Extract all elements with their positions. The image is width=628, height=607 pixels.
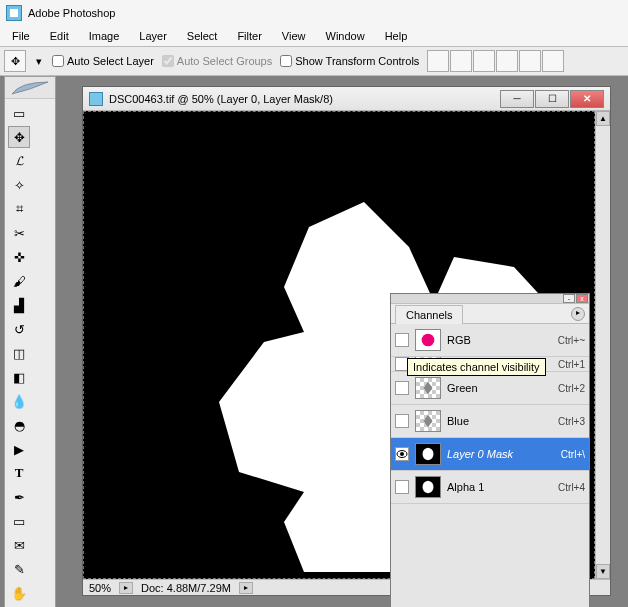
move-tool[interactable]: ✥ bbox=[8, 126, 30, 148]
tool-dropdown-icon[interactable]: ▾ bbox=[34, 55, 44, 68]
menu-bar: File Edit Image Layer Select Filter View… bbox=[0, 26, 628, 46]
vertical-scrollbar[interactable]: ▲ ▼ bbox=[595, 111, 610, 579]
show-transform-checkbox[interactable]: Show Transform Controls bbox=[280, 55, 419, 67]
tooltip: Indicates channel visibility bbox=[407, 358, 546, 376]
maximize-button[interactable]: ☐ bbox=[535, 90, 569, 108]
panel-menu-icon[interactable]: ▸ bbox=[571, 307, 585, 321]
channels-panel: - x Channels ▸ RGB Ctrl+~ Red Ctrl+1 bbox=[390, 293, 590, 607]
visibility-toggle[interactable] bbox=[395, 333, 409, 347]
align-btn-2[interactable] bbox=[450, 50, 472, 72]
menu-window[interactable]: Window bbox=[316, 28, 375, 44]
channel-thumb bbox=[415, 410, 441, 432]
align-buttons bbox=[427, 50, 564, 72]
channel-thumb bbox=[415, 443, 441, 465]
doc-size: Doc: 4.88M/7.29M bbox=[141, 582, 231, 594]
heal-tool[interactable]: ✜ bbox=[8, 246, 30, 268]
visibility-toggle[interactable] bbox=[395, 480, 409, 494]
visibility-toggle[interactable] bbox=[395, 447, 409, 461]
photoshop-icon bbox=[6, 5, 22, 21]
visibility-toggle[interactable] bbox=[395, 414, 409, 428]
menu-layer[interactable]: Layer bbox=[129, 28, 177, 44]
align-btn-5[interactable] bbox=[519, 50, 541, 72]
status-menu-icon-2[interactable]: ▸ bbox=[239, 582, 253, 594]
document-title: DSC00463.tif @ 50% (Layer 0, Layer Mask/… bbox=[109, 93, 333, 105]
toolbox: ▭ ✥ 𝓛 ✧ ⌗ ✂ ✜ 🖌 ▟ ↺ ◫ ◧ 💧 ◓ ▶ T ✒ ▭ ✉ ✎ … bbox=[4, 76, 56, 607]
panel-minimize-icon[interactable]: - bbox=[563, 294, 575, 303]
status-menu-icon[interactable]: ▸ bbox=[119, 582, 133, 594]
channel-green[interactable]: Green Ctrl+2 bbox=[391, 372, 589, 405]
dodge-tool[interactable]: ◓ bbox=[8, 414, 30, 436]
svg-point-3 bbox=[400, 452, 404, 456]
shape-tool[interactable]: ▭ bbox=[8, 510, 30, 532]
channel-thumb bbox=[415, 377, 441, 399]
workspace: ▭ ✥ 𝓛 ✧ ⌗ ✂ ✜ 🖌 ▟ ↺ ◫ ◧ 💧 ◓ ▶ T ✒ ▭ ✉ ✎ … bbox=[0, 76, 628, 607]
align-btn-4[interactable] bbox=[496, 50, 518, 72]
align-btn-3[interactable] bbox=[473, 50, 495, 72]
path-select-tool[interactable]: ▶ bbox=[8, 438, 30, 460]
scroll-up-icon[interactable]: ▲ bbox=[596, 111, 610, 126]
align-btn-1[interactable] bbox=[427, 50, 449, 72]
eraser-tool[interactable]: ◫ bbox=[8, 342, 30, 364]
notes-tool[interactable]: ✉ bbox=[8, 534, 30, 556]
blur-tool[interactable]: 💧 bbox=[8, 390, 30, 412]
tool-grid: ▭ ✥ 𝓛 ✧ ⌗ ✂ ✜ 🖌 ▟ ↺ ◫ ◧ 💧 ◓ ▶ T ✒ ▭ ✉ ✎ … bbox=[5, 99, 55, 607]
panel-titlebar[interactable]: - x bbox=[391, 294, 589, 304]
channel-thumb bbox=[415, 329, 441, 351]
document-icon bbox=[89, 92, 103, 106]
menu-edit[interactable]: Edit bbox=[40, 28, 79, 44]
channel-blue[interactable]: Blue Ctrl+3 bbox=[391, 405, 589, 438]
tab-channels[interactable]: Channels bbox=[395, 305, 463, 324]
close-button[interactable]: ✕ bbox=[570, 90, 604, 108]
menu-select[interactable]: Select bbox=[177, 28, 228, 44]
crop-tool[interactable]: ⌗ bbox=[8, 198, 30, 220]
zoom-level[interactable]: 50% bbox=[89, 582, 111, 594]
app-title: Adobe Photoshop bbox=[28, 7, 115, 19]
wand-tool[interactable]: ✧ bbox=[8, 174, 30, 196]
app-titlebar: Adobe Photoshop bbox=[0, 0, 628, 26]
panel-close-icon[interactable]: x bbox=[576, 294, 588, 303]
channel-rgb[interactable]: RGB Ctrl+~ bbox=[391, 324, 589, 357]
slice-tool[interactable]: ✂ bbox=[8, 222, 30, 244]
svg-point-1 bbox=[422, 334, 435, 347]
toolbox-handle[interactable] bbox=[5, 77, 55, 99]
visibility-toggle[interactable] bbox=[395, 381, 409, 395]
menu-file[interactable]: File bbox=[2, 28, 40, 44]
marquee-tool[interactable]: ▭ bbox=[8, 102, 30, 124]
auto-select-groups-checkbox[interactable]: Auto Select Groups bbox=[162, 55, 272, 67]
brush-tool[interactable]: 🖌 bbox=[8, 270, 30, 292]
lasso-tool[interactable]: 𝓛 bbox=[8, 150, 30, 172]
menu-filter[interactable]: Filter bbox=[227, 28, 271, 44]
pen-tool[interactable]: ✒ bbox=[8, 486, 30, 508]
options-bar: ✥ ▾ Auto Select Layer Auto Select Groups… bbox=[0, 46, 628, 76]
history-brush-tool[interactable]: ↺ bbox=[8, 318, 30, 340]
channel-layer0-mask[interactable]: Layer 0 Mask Ctrl+\ bbox=[391, 438, 589, 471]
move-tool-icon[interactable]: ✥ bbox=[4, 50, 26, 72]
channel-alpha1[interactable]: Alpha 1 Ctrl+4 bbox=[391, 471, 589, 504]
menu-view[interactable]: View bbox=[272, 28, 316, 44]
scroll-down-icon[interactable]: ▼ bbox=[596, 564, 610, 579]
menu-help[interactable]: Help bbox=[375, 28, 418, 44]
panel-tab-strip: Channels ▸ bbox=[391, 304, 589, 324]
menu-image[interactable]: Image bbox=[79, 28, 130, 44]
eyedropper-tool[interactable]: ✎ bbox=[8, 558, 30, 580]
stamp-tool[interactable]: ▟ bbox=[8, 294, 30, 316]
channel-thumb bbox=[415, 476, 441, 498]
document-titlebar[interactable]: DSC00463.tif @ 50% (Layer 0, Layer Mask/… bbox=[83, 87, 610, 111]
align-btn-6[interactable] bbox=[542, 50, 564, 72]
gradient-tool[interactable]: ◧ bbox=[8, 366, 30, 388]
type-tool[interactable]: T bbox=[8, 462, 30, 484]
minimize-button[interactable]: ─ bbox=[500, 90, 534, 108]
hand-tool[interactable]: ✋ bbox=[8, 582, 30, 604]
auto-select-layer-checkbox[interactable]: Auto Select Layer bbox=[52, 55, 154, 67]
